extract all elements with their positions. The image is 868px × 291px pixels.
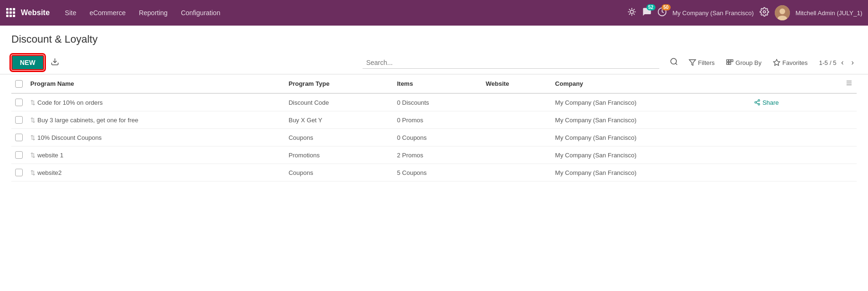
- activity-icon[interactable]: 50: [657, 7, 667, 19]
- svg-rect-19: [726, 60, 728, 62]
- row-checkbox[interactable]: [15, 116, 23, 124]
- activity-badge: 50: [662, 4, 671, 10]
- pagination: 1-5 / 5 ‹ ›: [819, 57, 857, 68]
- col-program-name: Program Name: [27, 74, 285, 93]
- filters-button[interactable]: Filters: [685, 57, 718, 68]
- cell-program-name[interactable]: ⇅website2: [27, 164, 285, 182]
- row-checkbox[interactable]: [15, 169, 23, 176]
- nav-site[interactable]: Site: [59, 6, 82, 19]
- cell-program-name[interactable]: ⇅10% Discount Coupons: [27, 129, 285, 146]
- nav-ecommerce[interactable]: eCommerce: [84, 6, 131, 19]
- cell-website: [482, 93, 551, 111]
- table-row: ⇅website 1 Promotions 2 Promos My Compan…: [11, 146, 857, 164]
- select-all-checkbox[interactable]: [15, 80, 23, 88]
- row-checkbox-cell: [11, 164, 27, 182]
- table-row: ⇅Buy 3 large cabinets, get one for free …: [11, 111, 857, 129]
- svg-rect-4: [9, 11, 12, 14]
- cell-share-action: [750, 129, 823, 146]
- row-checkbox-cell: [11, 146, 27, 164]
- col-website: Website: [482, 74, 551, 93]
- cell-company: My Company (San Francisco): [551, 93, 750, 111]
- page-title: Discount & Loyalty: [11, 33, 857, 45]
- svg-rect-20: [729, 60, 731, 62]
- chat-icon[interactable]: 52: [642, 7, 652, 19]
- download-button[interactable]: [48, 55, 62, 70]
- new-button[interactable]: NEW: [11, 55, 44, 70]
- settings-icon[interactable]: [760, 7, 769, 19]
- nav-configuration[interactable]: Configuration: [175, 6, 226, 19]
- group-by-label: Group By: [735, 59, 762, 66]
- cell-share-action: [750, 111, 823, 129]
- svg-rect-6: [6, 15, 9, 17]
- col-program-type: Program Type: [285, 74, 393, 93]
- cell-items: 2 Promos: [393, 146, 482, 164]
- svg-rect-21: [731, 60, 733, 62]
- svg-point-9: [630, 10, 633, 13]
- search-bar[interactable]: [363, 57, 659, 69]
- cell-share-action: Share: [750, 93, 823, 111]
- cell-website: [482, 146, 551, 164]
- cell-company: My Company (San Francisco): [551, 164, 750, 182]
- svg-rect-2: [13, 8, 15, 10]
- search-icon-button[interactable]: [667, 56, 681, 69]
- row-checkbox[interactable]: [15, 151, 23, 159]
- table-container: Program Name Program Type Items Website …: [0, 74, 868, 182]
- company-name: My Company (San Francisco): [673, 9, 754, 17]
- user-name: Mitchell Admin (JULY_1): [796, 9, 862, 17]
- toolbar: NEW Filters Group By Favorites 1-5 / 5 ‹…: [0, 51, 868, 74]
- cell-company: My Company (San Francisco): [551, 111, 750, 129]
- filters-label: Filters: [698, 59, 715, 66]
- cell-share-action: [750, 146, 823, 164]
- svg-point-11: [763, 10, 765, 13]
- svg-rect-5: [13, 11, 15, 14]
- pagination-text: 1-5 / 5: [819, 59, 836, 66]
- cell-items: 0 Promos: [393, 111, 482, 129]
- svg-line-32: [756, 101, 758, 102]
- row-checkbox[interactable]: [15, 99, 23, 106]
- group-by-button[interactable]: Group By: [722, 57, 765, 68]
- svg-rect-23: [729, 63, 731, 64]
- cell-items: 0 Discounts: [393, 93, 482, 111]
- row-handle-icon[interactable]: ⇅: [30, 99, 35, 106]
- cell-company: My Company (San Francisco): [551, 146, 750, 164]
- table-row: ⇅Code for 10% on orders Discount Code 0 …: [11, 93, 857, 111]
- cell-items: 0 Coupons: [393, 129, 482, 146]
- app-brand[interactable]: Website: [21, 9, 50, 17]
- svg-marker-18: [689, 60, 695, 65]
- cell-items: 5 Coupons: [393, 164, 482, 182]
- row-checkbox-cell: [11, 111, 27, 129]
- svg-line-17: [675, 63, 677, 64]
- data-table: Program Name Program Type Items Website …: [11, 74, 857, 182]
- next-page-button[interactable]: ›: [849, 57, 857, 68]
- cell-program-type: Coupons: [285, 164, 393, 182]
- favorites-button[interactable]: Favorites: [769, 57, 811, 68]
- svg-point-29: [755, 101, 757, 103]
- row-handle-icon[interactable]: ⇅: [30, 169, 35, 176]
- row-checkbox[interactable]: [15, 134, 23, 141]
- svg-rect-0: [6, 8, 9, 10]
- column-adjust-icon[interactable]: [845, 79, 853, 87]
- row-handle-icon[interactable]: ⇅: [30, 134, 35, 141]
- page-header: Discount & Loyalty: [0, 26, 868, 45]
- avatar[interactable]: [775, 5, 790, 20]
- svg-rect-7: [9, 15, 12, 17]
- row-handle-icon[interactable]: ⇅: [30, 117, 35, 124]
- search-input[interactable]: [366, 59, 655, 66]
- svg-point-13: [779, 9, 785, 14]
- prev-page-button[interactable]: ‹: [838, 57, 846, 68]
- apps-icon[interactable]: [6, 8, 15, 18]
- bug-icon[interactable]: [627, 7, 637, 19]
- row-checkbox-cell: [11, 93, 27, 111]
- nav-reporting[interactable]: Reporting: [133, 6, 173, 19]
- cell-program-name[interactable]: ⇅Code for 10% on orders: [27, 93, 285, 111]
- row-handle-icon[interactable]: ⇅: [30, 152, 35, 159]
- col-company: Company: [551, 74, 750, 93]
- svg-line-31: [756, 103, 758, 104]
- table-row: ⇅10% Discount Coupons Coupons 0 Coupons …: [11, 129, 857, 146]
- cell-program-name[interactable]: ⇅website 1: [27, 146, 285, 164]
- share-button[interactable]: Share: [754, 99, 819, 106]
- svg-rect-8: [13, 15, 15, 17]
- cell-program-name[interactable]: ⇅Buy 3 large cabinets, get one for free: [27, 111, 285, 129]
- chat-badge: 52: [647, 4, 655, 10]
- table-row: ⇅website2 Coupons 5 Coupons My Company (…: [11, 164, 857, 182]
